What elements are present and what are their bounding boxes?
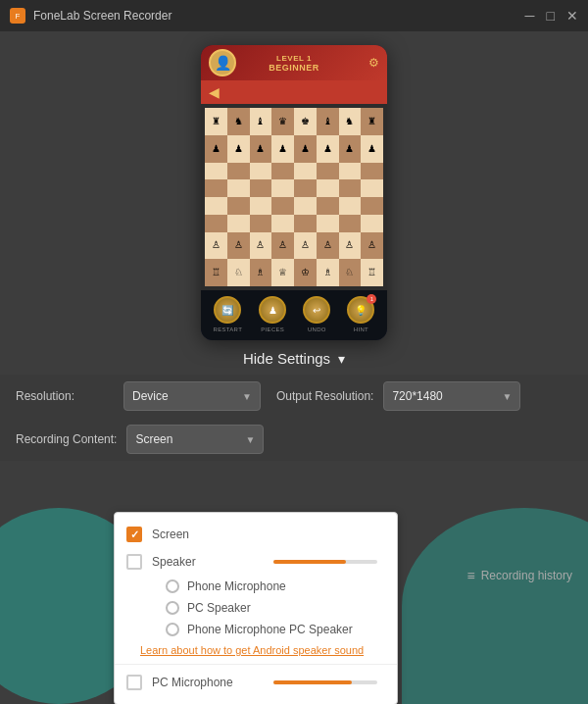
chess-cell: ♘ [227, 259, 250, 286]
game-footer: 🔄 RESTART ♟ PIECES ↩ UNDO 💡 1 HINT [201, 290, 387, 340]
restart-label: RESTART [214, 327, 243, 332]
chess-cell [227, 179, 250, 197]
chess-cell [294, 163, 317, 180]
recording-content-value: Screen [135, 432, 172, 446]
learn-link[interactable]: Learn about how to get Android speaker s… [115, 640, 397, 660]
maximize-button[interactable]: □ [547, 9, 555, 23]
resolution-dropdown[interactable]: Device ▼ [123, 381, 261, 411]
speaker-slider[interactable] [273, 560, 377, 564]
pc-speaker-option[interactable]: PC Speaker [115, 597, 397, 619]
chess-cell [250, 163, 272, 180]
chess-cell [271, 197, 294, 215]
chess-cell: ♛ [271, 108, 294, 135]
chess-cell [294, 179, 317, 197]
chess-cell: ♞ [339, 108, 362, 135]
chess-cell [317, 197, 339, 215]
chess-cell: ♗ [250, 259, 272, 286]
close-button[interactable]: ✕ [566, 9, 578, 23]
chess-cell: ♟ [361, 135, 383, 163]
chess-cell [250, 179, 272, 197]
hide-settings-label: Hide Settings [243, 350, 330, 367]
chess-cell: ♗ [317, 259, 339, 286]
game-header: 👤 LEVEL 1 BEGINNER ⚙ [201, 45, 387, 80]
hint-label: HINT [354, 327, 368, 332]
chess-cell [361, 197, 383, 215]
phone-mic-option[interactable]: Phone Microphone [115, 576, 397, 597]
chess-cell: ♝ [317, 108, 339, 135]
output-resolution-value: 720*1480 [392, 389, 442, 403]
both-radio[interactable] [166, 623, 179, 636]
chess-cell: ♞ [227, 108, 250, 135]
chess-cell [227, 163, 250, 180]
chess-cell: ♟ [227, 135, 250, 163]
pieces-button[interactable]: ♟ PIECES [259, 296, 286, 332]
hint-button[interactable]: 💡 1 HINT [347, 296, 374, 332]
hint-badge: 1 [367, 294, 376, 304]
resolution-dropdown-arrow: ▼ [242, 391, 252, 402]
chess-cell [227, 197, 250, 215]
recording-content-dropdown[interactable]: Screen ▼ [126, 425, 264, 454]
screen-checkbox[interactable] [126, 527, 142, 542]
pc-mic-slider[interactable] [273, 680, 377, 684]
difficulty-label: BEGINNER [269, 63, 319, 73]
both-label: Phone Microphone PC Speaker [187, 623, 385, 636]
speaker-option[interactable]: Speaker [115, 548, 397, 576]
pieces-label: PIECES [261, 327, 284, 332]
chess-cell: ♟ [205, 135, 227, 163]
app-title: FoneLab Screen Recorder [33, 9, 172, 23]
chess-cell: ♖ [361, 259, 383, 286]
speaker-checkbox[interactable] [126, 554, 142, 570]
chess-cell [361, 163, 383, 180]
chess-cell: ♙ [205, 232, 227, 260]
chess-cell [271, 179, 294, 197]
hide-settings-bar[interactable]: Hide Settings ▾ [243, 340, 345, 375]
chess-cell: ♟ [250, 135, 272, 163]
bg-shape-right [402, 508, 588, 704]
undo-button[interactable]: ↩ UNDO [303, 296, 330, 332]
minimize-button[interactable]: ─ [525, 9, 535, 23]
chess-cell: ♟ [294, 135, 317, 163]
screen-option-label: Screen [152, 528, 385, 541]
phone-mic-label: Phone Microphone [187, 579, 385, 593]
pc-mic-label: PC Microphone [152, 676, 256, 689]
recording-content-dropdown-arrow: ▼ [246, 434, 256, 445]
chess-cell: ♙ [227, 232, 250, 260]
chess-cell [294, 215, 317, 232]
gear-icon: ⚙ [368, 56, 379, 70]
hint-icon: 💡 1 [347, 296, 374, 324]
chess-cell [227, 215, 250, 232]
undo-icon: ↩ [303, 296, 330, 324]
undo-label: UNDO [308, 327, 326, 332]
resolution-value: Device [132, 389, 169, 403]
hide-settings-arrow-icon: ▾ [338, 351, 345, 367]
chess-board-container: ♜♞♝♛♚♝♞♜♟♟♟♟♟♟♟♟♙♙♙♙♙♙♙♙♖♘♗♕♔♗♘♖ [201, 104, 387, 290]
level-label: LEVEL 1 [269, 54, 319, 63]
chess-game: 👤 LEVEL 1 BEGINNER ⚙ ◀ ♜♞♝♛♚♝♞♜♟♟♟♟♟♟♟♟♙… [201, 45, 387, 340]
resolution-row: Resolution: Device ▼ Output Resolution: … [16, 375, 572, 418]
chess-cell: ♟ [339, 135, 362, 163]
avatar: 👤 [209, 49, 236, 76]
app-icon: F [10, 8, 25, 24]
title-bar-left: F FoneLab Screen Recorder [10, 8, 172, 24]
chess-cell [317, 163, 339, 180]
restart-button[interactable]: 🔄 RESTART [214, 296, 243, 332]
back-arrow: ◀ [201, 80, 387, 104]
chess-cell [271, 215, 294, 232]
recording-history-button[interactable]: ≡ Recording history [466, 568, 572, 583]
pc-mic-option[interactable]: PC Microphone [115, 669, 397, 696]
chess-cell [339, 197, 362, 215]
pc-speaker-radio[interactable] [166, 601, 179, 615]
chess-cell: ♖ [205, 259, 227, 286]
screen-option[interactable]: Screen [115, 521, 397, 548]
chess-cell [339, 215, 362, 232]
chess-cell: ♚ [294, 108, 317, 135]
dropdown-panel: Screen Speaker Phone Microphone PC Speak… [114, 512, 398, 704]
chess-cell: ♙ [361, 232, 383, 260]
speaker-slider-fill [273, 560, 346, 564]
chess-cell [317, 215, 339, 232]
both-option[interactable]: Phone Microphone PC Speaker [115, 619, 397, 640]
phone-mic-radio[interactable] [166, 579, 179, 593]
output-resolution-dropdown[interactable]: 720*1480 ▼ [383, 381, 520, 411]
pc-mic-checkbox[interactable] [126, 675, 142, 690]
output-resolution-label: Output Resolution: [276, 389, 373, 403]
